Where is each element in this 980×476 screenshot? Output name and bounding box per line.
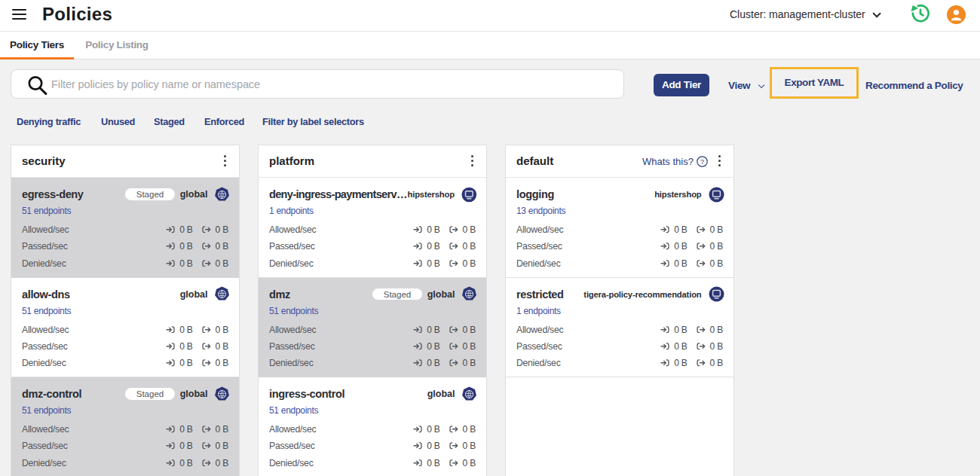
svg-text:?: ? xyxy=(700,158,704,166)
